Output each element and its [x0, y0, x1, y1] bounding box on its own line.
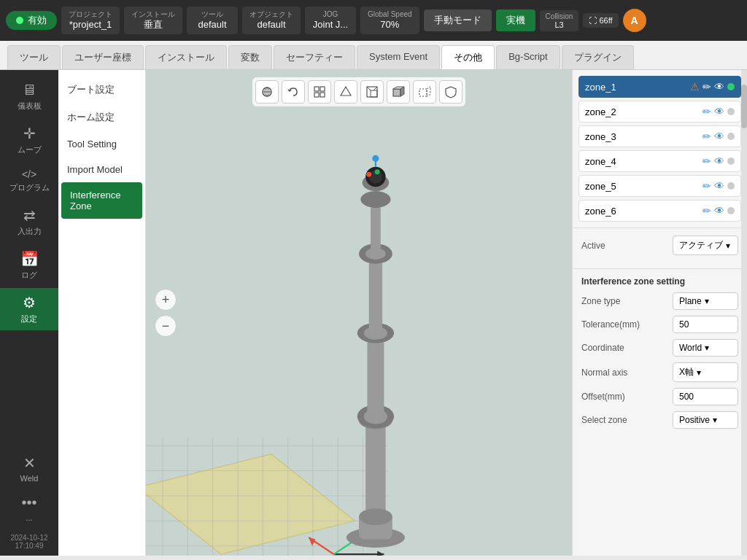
tab-bg-script[interactable]: Bg-Script [496, 45, 560, 69]
offset-input[interactable] [673, 388, 738, 405]
viewport[interactable]: + − [146, 70, 572, 556]
sub-item-tool-setting[interactable]: Tool Setting [58, 131, 145, 157]
time-label: 17:10:49 [10, 542, 47, 550]
svg-point-45 [359, 508, 392, 525]
zone-item-2[interactable]: zone_2 ✏ 👁 [578, 101, 741, 122]
sidebar-item-settings-label: 設定 [21, 314, 37, 324]
sub-item-interference-zone[interactable]: Interference Zone [61, 182, 142, 219]
io-icon: ⇄ [23, 206, 36, 224]
tab-other[interactable]: その他 [441, 45, 495, 69]
zone-item-1[interactable]: zone_1 ⚠ ✏ 👁 [578, 76, 741, 98]
tab-usercoord[interactable]: ユーザー座標 [62, 45, 144, 69]
zone-1-eye-icon[interactable]: 👁 [714, 81, 724, 93]
sidebar-item-settings[interactable]: ⚙ 設定 [0, 288, 58, 330]
object-section[interactable]: オブジェクト default [242, 7, 301, 34]
sidebar-item-more[interactable]: ••• ... [10, 489, 47, 528]
sub-sidebar: ブート設定 ホーム設定 Tool Setting Import Model In… [58, 70, 146, 556]
sidebar-item-io[interactable]: ⇄ 入出力 [0, 201, 58, 243]
zone-4-edit-icon[interactable]: ✏ [703, 155, 711, 167]
fullscreen-button[interactable]: ⛶ 66ff [583, 13, 618, 28]
tolerance-input[interactable] [673, 316, 738, 333]
sidebar-item-program[interactable]: </> プログラム [0, 163, 58, 199]
zone-type-select[interactable]: Plane ▾ [673, 292, 738, 310]
tabbar: ツール ユーザー座標 インストール 変数 セーフティー System Event… [0, 41, 747, 70]
sidebar-item-dashboard[interactable]: 🖥 儀表板 [0, 76, 58, 117]
sub-item-boot[interactable]: ブート設定 [58, 76, 145, 104]
real-mode-button[interactable]: 実機 [496, 9, 535, 31]
project-section[interactable]: プロジェクト *project_1 [61, 7, 120, 34]
coordinate-select[interactable]: World ▾ [673, 339, 738, 357]
tab-variable[interactable]: 変数 [228, 45, 272, 69]
zone-item-4[interactable]: zone_4 ✏ 👁 [578, 150, 741, 172]
zone-4-icons: ✏ 👁 [703, 155, 735, 167]
zone-3-eye-icon[interactable]: 👁 [714, 131, 724, 142]
zone-type-value: Plane [679, 296, 702, 306]
zone-6-name: zone_6 [585, 206, 698, 217]
robot-scene [146, 70, 572, 556]
tool-label: ツール [201, 9, 223, 19]
coordinate-row: Coordinate World ▾ [581, 339, 738, 357]
status-label: 有効 [28, 14, 47, 27]
zone-5-status-dot [727, 182, 735, 190]
install-section[interactable]: インストール 垂直 [124, 7, 182, 34]
active-chevron-icon: ▾ [726, 241, 730, 251]
sidebar-item-move[interactable]: ✛ ムーブ [0, 119, 58, 161]
select-zone-chevron-icon: ▾ [713, 415, 717, 425]
normal-axis-row: Normal axis X軸 ▾ [581, 362, 738, 382]
tab-install[interactable]: インストール [145, 45, 227, 69]
avatar[interactable]: A [623, 9, 646, 32]
zone-5-name: zone_5 [585, 181, 698, 192]
svg-point-55 [360, 191, 390, 208]
confirm-value: 66ff [599, 16, 612, 25]
zone-3-edit-icon[interactable]: ✏ [703, 131, 711, 142]
project-value: *project_1 [69, 19, 112, 31]
tab-safety[interactable]: セーフティー [274, 45, 355, 69]
zone-5-edit-icon[interactable]: ✏ [703, 180, 711, 192]
jog-section[interactable]: JOG Joint J... [305, 7, 356, 34]
zone-type-label: Zone type [581, 296, 620, 306]
zone-1-icons: ⚠ ✏ 👁 [690, 81, 735, 93]
tab-tool[interactable]: ツール [7, 45, 61, 69]
zone-5-eye-icon[interactable]: 👁 [714, 180, 724, 192]
section-title: Interference zone setting [581, 276, 738, 287]
tab-system-event[interactable]: System Event [357, 45, 440, 69]
zone-6-eye-icon[interactable]: 👁 [714, 205, 724, 217]
move-icon: ✛ [23, 125, 36, 142]
zone-item-5[interactable]: zone_5 ✏ 👁 [578, 175, 741, 197]
svg-point-59 [366, 172, 371, 177]
tab-plugin[interactable]: プラグイン [562, 45, 634, 69]
zone-2-edit-icon[interactable]: ✏ [703, 106, 711, 117]
coordinate-value: World [679, 343, 702, 353]
gear-icon: ⚙ [23, 294, 36, 311]
scrollbar-thumb[interactable] [741, 85, 747, 128]
manual-mode-button[interactable]: 手動モード [424, 9, 492, 31]
sub-item-import-model[interactable]: Import Model [58, 157, 145, 182]
sidebar-item-move-label: ムーブ [18, 144, 42, 155]
sidebar-item-weld[interactable]: ✕ Weld [10, 448, 47, 489]
zone-item-6[interactable]: zone_6 ✏ 👁 [578, 200, 741, 222]
select-zone-select[interactable]: Positive ▾ [673, 411, 738, 429]
zone-item-3[interactable]: zone_3 ✏ 👁 [578, 125, 741, 147]
scrollbar-track [741, 70, 747, 556]
select-zone-value: Positive [679, 415, 710, 425]
zone-4-eye-icon[interactable]: 👁 [714, 155, 724, 167]
topbar: 有効 プロジェクト *project_1 インストール 垂直 ツール defau… [0, 0, 747, 41]
jog-label: JOG [323, 9, 338, 19]
status-indicator[interactable]: 有効 [6, 11, 57, 30]
zone-1-edit-icon[interactable]: ✏ [703, 81, 711, 93]
zone-2-eye-icon[interactable]: 👁 [714, 106, 724, 117]
coordinate-label: Coordinate [581, 343, 624, 353]
tool-section[interactable]: ツール default [187, 7, 238, 34]
normal-axis-select[interactable]: X軸 ▾ [673, 362, 738, 382]
global-speed-section[interactable]: Global Speed 70% [360, 7, 419, 34]
sidebar-item-log[interactable]: 📅 ログ [0, 244, 58, 287]
active-select[interactable]: アクティブ ▾ [673, 236, 738, 255]
sub-item-home[interactable]: ホーム設定 [58, 104, 145, 131]
normal-axis-value: X軸 [679, 366, 694, 378]
svg-marker-18 [146, 454, 355, 554]
svg-point-60 [375, 169, 380, 174]
code-icon: </> [22, 168, 36, 180]
zone-6-edit-icon[interactable]: ✏ [703, 205, 711, 217]
offset-row: Offset(mm) [581, 388, 738, 405]
zone-3-icons: ✏ 👁 [703, 131, 735, 142]
